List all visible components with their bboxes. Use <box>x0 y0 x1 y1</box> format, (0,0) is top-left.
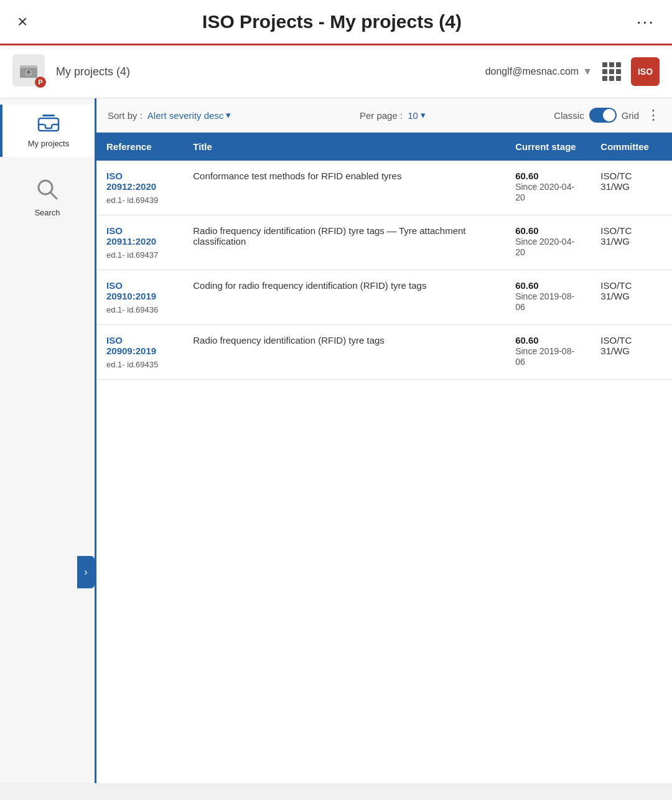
cell-committee-2: ISO/TC 31/WG <box>590 270 672 325</box>
my-projects-count-label: My projects (4) <box>56 65 130 78</box>
svg-line-6 <box>50 192 57 199</box>
ref-link-2[interactable]: ISO 20910:2019 <box>106 280 173 301</box>
per-page-label: Per page : <box>360 110 403 121</box>
committee-value-3: ISO/TC 31/WG <box>600 335 632 356</box>
stage-value-1: 60.60 <box>515 225 539 236</box>
toolbar-sort: Sort by : Alert severity desc ▾ <box>108 110 231 121</box>
per-page-dropdown-icon: ▾ <box>421 110 426 121</box>
stage-since-1: Since 2020-04-20 <box>515 237 574 257</box>
logo-badge: P <box>35 77 46 88</box>
table-row: ISO 20910:2019 ed.1- id.69436 Coding for… <box>96 270 672 325</box>
main-layout: My projects Search › Sort by : Alert sev… <box>0 98 672 783</box>
cell-title-0: Conformance test methods for RFID enable… <box>183 161 505 215</box>
toggle-thumb <box>603 109 615 121</box>
committee-value-1: ISO/TC 31/WG <box>600 225 632 247</box>
table-body: ISO 20912:2020 ed.1- id.69439 Conformanc… <box>96 161 672 380</box>
app-logo: P <box>12 54 47 89</box>
content-area: Sort by : Alert severity desc ▾ Per page… <box>96 98 672 783</box>
ref-id-0: ed.1- id.69439 <box>106 195 158 205</box>
sidebar-item-myprojects[interactable]: My projects <box>0 105 95 157</box>
col-title: Title <box>183 133 505 161</box>
top-bar: × ISO Projects - My projects (4) ··· <box>0 0 672 45</box>
stage-since-3: Since 2019-08-06 <box>515 346 574 367</box>
ref-link-3[interactable]: ISO 20909:2019 <box>106 335 173 356</box>
per-page-value[interactable]: 10 ▾ <box>408 110 426 121</box>
sidebar-item-search-label: Search <box>34 208 60 217</box>
ref-id-2: ed.1- id.69436 <box>106 305 158 314</box>
committee-value-0: ISO/TC 31/WG <box>600 171 632 192</box>
cell-title-3: Radio frequency identification (RFID) ty… <box>183 325 505 380</box>
sub-header-left: P My projects (4) <box>12 54 130 89</box>
sort-by-value[interactable]: Alert severity desc ▾ <box>147 110 231 121</box>
stage-value-3: 60.60 <box>515 335 539 346</box>
sub-header-right: donglf@mesnac.com ▼ ISO <box>485 57 660 86</box>
col-committee: Committee <box>590 133 672 161</box>
ref-id-1: ed.1- id.69437 <box>106 250 158 260</box>
stage-value-0: 60.60 <box>515 171 539 181</box>
sort-by-label: Sort by : <box>108 110 142 121</box>
table-row: ISO 20912:2020 ed.1- id.69439 Conformanc… <box>96 161 672 215</box>
toolbar-more-button[interactable]: ⋮ <box>646 107 661 123</box>
grid-label: Grid <box>622 110 639 121</box>
ref-link-1[interactable]: ISO 20911:2020 <box>106 225 173 247</box>
col-reference: Reference <box>96 133 183 161</box>
projects-table-wrap: Reference Title Current stage Committee … <box>96 133 672 380</box>
table-row: ISO 20909:2019 ed.1- id.69435 Radio freq… <box>96 325 672 380</box>
toolbar-per-page: Per page : 10 ▾ <box>360 110 426 121</box>
more-options-button[interactable]: ··· <box>637 12 655 32</box>
sidebar: My projects Search › <box>0 98 96 783</box>
stage-since-2: Since 2019-08-06 <box>515 291 574 312</box>
inbox-icon <box>37 113 60 136</box>
user-email[interactable]: donglf@mesnac.com ▼ <box>485 66 592 77</box>
cell-stage-0: 60.60 Since 2020-04-20 <box>505 161 590 215</box>
user-dropdown-caret: ▼ <box>582 66 592 77</box>
cell-reference-3: ISO 20909:2019 ed.1- id.69435 <box>96 325 183 380</box>
sidebar-expand-button[interactable]: › <box>77 556 95 588</box>
cell-stage-1: 60.60 Since 2020-04-20 <box>505 215 590 270</box>
cell-reference-1: ISO 20911:2020 ed.1- id.69437 <box>96 215 183 270</box>
cell-title-2: Coding for radio frequency identificatio… <box>183 270 505 325</box>
sort-dropdown-icon: ▾ <box>226 110 231 121</box>
svg-rect-4 <box>42 115 55 116</box>
view-toggle-switch[interactable] <box>589 108 617 123</box>
cell-reference-0: ISO 20912:2020 ed.1- id.69439 <box>96 161 183 215</box>
classic-label: Classic <box>554 110 584 121</box>
ref-link-0[interactable]: ISO 20912:2020 <box>106 171 173 192</box>
cell-stage-3: 60.60 Since 2019-08-06 <box>505 325 590 380</box>
col-stage: Current stage <box>505 133 590 161</box>
toolbar: Sort by : Alert severity desc ▾ Per page… <box>96 98 672 133</box>
toolbar-view-toggle: Classic Grid ⋮ <box>554 107 661 123</box>
sub-header: P My projects (4) donglf@mesnac.com ▼ IS… <box>0 45 672 98</box>
close-button[interactable]: × <box>17 12 27 32</box>
table-row: ISO 20911:2020 ed.1- id.69437 Radio freq… <box>96 215 672 270</box>
view-toggle: Classic Grid <box>554 108 639 123</box>
cell-committee-0: ISO/TC 31/WG <box>590 161 672 215</box>
cell-committee-1: ISO/TC 31/WG <box>590 215 672 270</box>
cell-reference-2: ISO 20910:2019 ed.1- id.69436 <box>96 270 183 325</box>
page-title: ISO Projects - My projects (4) <box>202 11 462 32</box>
search-icon <box>36 178 58 205</box>
iso-logo: ISO <box>631 57 660 86</box>
cell-stage-2: 60.60 Since 2019-08-06 <box>505 270 590 325</box>
grid-view-icon[interactable] <box>602 62 621 81</box>
ref-id-3: ed.1- id.69435 <box>106 360 158 369</box>
sidebar-item-search[interactable]: Search <box>0 169 95 226</box>
stage-value-2: 60.60 <box>515 280 539 291</box>
sidebar-item-myprojects-label: My projects <box>28 139 69 148</box>
projects-table: Reference Title Current stage Committee … <box>96 133 672 380</box>
committee-value-2: ISO/TC 31/WG <box>600 280 632 301</box>
cell-committee-3: ISO/TC 31/WG <box>590 325 672 380</box>
table-header: Reference Title Current stage Committee <box>96 133 672 161</box>
cell-title-1: Radio frequency identification (RFID) ty… <box>183 215 505 270</box>
stage-since-0: Since 2020-04-20 <box>515 182 574 202</box>
